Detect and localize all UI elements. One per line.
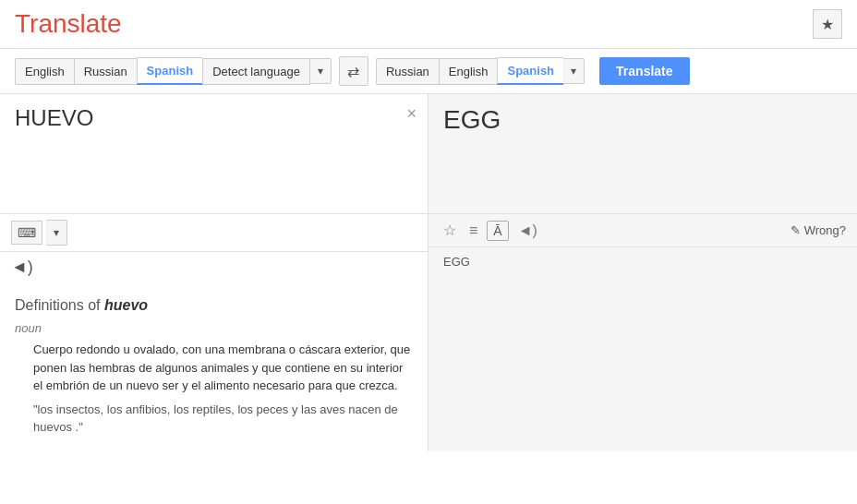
wrong-button[interactable]: ✎ Wrong? — [791, 223, 846, 237]
definition-example: "los insectos, los anfibios, los reptile… — [33, 401, 413, 437]
definition-body: Cuerpo redondo u ovalado, con una membra… — [33, 341, 413, 395]
target-controls-left: ☆ ≡ Ā ◄) — [440, 220, 541, 241]
translated-text: EGG — [443, 105, 842, 135]
source-input-area: HUEVO × — [0, 94, 428, 214]
wrong-label: Wrong? — [804, 223, 846, 237]
definitions-word: huevo — [104, 297, 148, 313]
target-lang-tab-spanish[interactable]: Spanish — [497, 57, 563, 85]
definitions-section: Definitions of huevo noun Cuerpo redondo… — [0, 282, 428, 451]
source-language-tabs: English Russian Spanish Detect language … — [15, 57, 332, 85]
font-button[interactable]: Ā — [487, 221, 508, 241]
keyboard-dropdown-button[interactable]: ▾ — [46, 220, 67, 246]
target-lang-dropdown-button[interactable]: ▾ — [563, 58, 585, 84]
target-controls: ☆ ≡ Ā ◄) ✎ Wrong? — [428, 214, 857, 247]
target-panel: EGG ☆ ≡ Ā ◄) ✎ Wrong? EGG — [428, 94, 857, 451]
translate-button[interactable]: Translate — [599, 57, 689, 85]
speaker-icon: ◄) — [11, 258, 33, 277]
output-word-label: EGG — [428, 247, 857, 276]
source-text: HUEVO — [15, 105, 391, 131]
source-controls: ⌨ ▾ — [0, 214, 428, 252]
keyboard-button[interactable]: ⌨ — [11, 221, 42, 245]
bookmark-button[interactable]: ★ — [813, 9, 842, 39]
sound-button[interactable]: ◄) — [514, 221, 541, 241]
detect-language-tab[interactable]: Detect language — [202, 58, 310, 85]
target-language-tabs: Russian English Spanish ▾ — [376, 57, 585, 85]
chevron-down-icon: ▾ — [318, 65, 323, 78]
clear-input-button[interactable]: × — [406, 105, 416, 122]
source-lang-tab-russian[interactable]: Russian — [74, 58, 137, 85]
app-title: Translate — [15, 9, 122, 39]
chevron-down-icon: ▾ — [571, 65, 576, 78]
source-panel: HUEVO × ⌨ ▾ ◄) Definitions of huevo noun… — [0, 94, 428, 451]
source-lang-tab-english[interactable]: English — [15, 58, 74, 85]
part-of-speech: noun — [15, 321, 413, 335]
swap-languages-button[interactable]: ⇄ — [339, 56, 368, 86]
target-lang-tab-russian[interactable]: Russian — [376, 58, 439, 85]
swap-icon: ⇄ — [347, 63, 359, 80]
pencil-icon: ✎ — [791, 223, 801, 237]
favorite-button[interactable]: ☆ — [440, 220, 460, 241]
toolbar: English Russian Spanish Detect language … — [0, 49, 857, 94]
keyboard-icon: ⌨ — [18, 225, 36, 240]
header: Translate ★ — [0, 0, 857, 49]
chevron-down-icon: ▾ — [54, 226, 59, 239]
main-content: HUEVO × ⌨ ▾ ◄) Definitions of huevo noun… — [0, 94, 857, 451]
definitions-heading-text: Definitions of — [15, 297, 104, 313]
source-lang-dropdown-button[interactable]: ▾ — [310, 58, 332, 84]
definitions-heading: Definitions of huevo — [15, 297, 413, 314]
source-sound-button[interactable]: ◄) — [0, 252, 428, 282]
list-button[interactable]: ≡ — [465, 221, 481, 241]
source-lang-tab-spanish[interactable]: Spanish — [137, 57, 203, 85]
target-output-area: EGG — [428, 94, 857, 214]
target-lang-tab-english[interactable]: English — [439, 58, 498, 85]
